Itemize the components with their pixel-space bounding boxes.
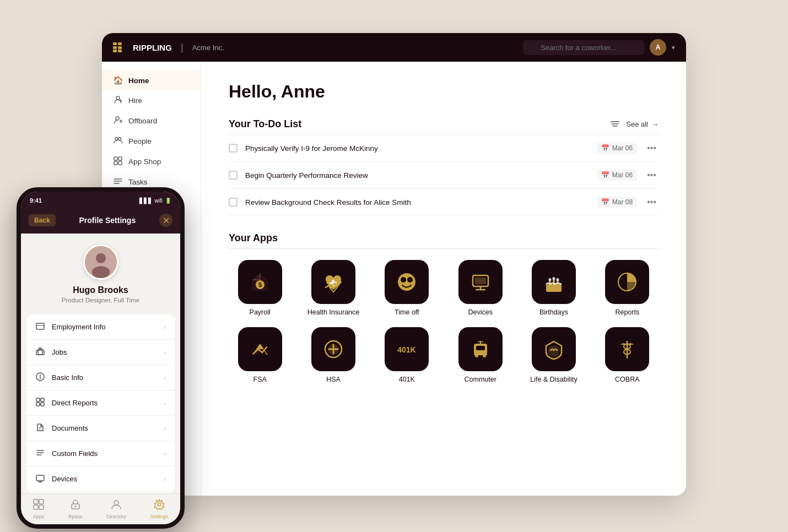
phone-menu-documents[interactable]: Documents › xyxy=(26,416,175,441)
apps-section-header: Your Apps xyxy=(229,232,659,244)
svg-rect-82 xyxy=(39,500,44,504)
phone-nav-rpass-label: Rpass xyxy=(68,514,83,519)
cobra-label: COBRA xyxy=(615,376,639,383)
lifedisability-label: Life & Disability xyxy=(530,376,577,383)
filter-icon[interactable] xyxy=(611,120,619,129)
top-nav: RIPPLING | Acme Inc. 🔍 A ▾ xyxy=(102,33,686,62)
app-cobra[interactable]: COBRA xyxy=(596,327,659,383)
todo-more-1[interactable]: ••• xyxy=(645,143,659,153)
rippling-logo xyxy=(113,42,126,52)
phone-nav-directory[interactable]: Directory xyxy=(106,499,126,519)
app-health[interactable]: Health Insurance xyxy=(302,260,364,316)
sidebar-item-home[interactable]: 🏠 Home xyxy=(102,70,201,90)
documents-icon xyxy=(35,423,45,433)
jobs-icon xyxy=(35,347,45,357)
sidebar-label-offboard: Offboard xyxy=(128,117,157,125)
phone-nav-directory-label: Directory xyxy=(106,514,126,519)
todo-title: Your To-Do List xyxy=(229,118,301,130)
todo-checkbox-3[interactable] xyxy=(229,198,238,207)
phone-nav-rpass[interactable]: Rpass xyxy=(68,499,83,519)
todo-text-1: Physically Verify I-9 for Jerome McKinny xyxy=(245,144,589,153)
mobile-phone: 9:41 ▋▋▋ wifi 🔋 Back Profile Settings ✕ … xyxy=(17,187,185,529)
profile-avatar xyxy=(83,245,118,280)
sidebar-item-appshop[interactable]: App Shop xyxy=(102,151,201,172)
app-401k[interactable]: 401K 401K xyxy=(376,327,438,383)
sidebar-label-people: People xyxy=(128,137,152,145)
timeoff-icon xyxy=(385,260,429,304)
phone-menu-basicinfo[interactable]: Basic Info › xyxy=(26,365,175,390)
sidebar-item-hire[interactable]: Hire xyxy=(102,90,201,111)
phone-menu-directreports[interactable]: Direct Reports › xyxy=(26,390,175,416)
phone-menu: Employment Info › Jobs › xyxy=(26,314,175,493)
app-commuter[interactable]: Commuter xyxy=(449,327,511,383)
nav-search: 🔍 A ▾ xyxy=(523,39,675,56)
calendar-icon-1: 📅 xyxy=(601,144,609,152)
app-fsa[interactable]: FSA xyxy=(229,327,291,383)
app-lifedisability[interactable]: Life & Disability xyxy=(522,327,585,383)
todo-more-3[interactable]: ••• xyxy=(645,197,659,207)
phone-profile: Hugo Brooks Product Designer, Full Time xyxy=(21,234,180,314)
directreports-label: Direct Reports xyxy=(52,399,157,407)
svg-rect-36 xyxy=(475,278,486,284)
logo-divider: | xyxy=(181,42,183,53)
svg-rect-71 xyxy=(36,403,40,406)
svg-point-12 xyxy=(118,138,121,140)
app-devices[interactable]: Devices xyxy=(449,260,511,316)
profile-title: Product Designer, Full Time xyxy=(62,297,139,303)
sidebar-label-tasks: Tasks xyxy=(128,178,148,186)
phone-time: 9:41 xyxy=(30,197,42,204)
todo-date-3: 📅 Mar 08 xyxy=(597,197,637,208)
jobs-chevron: › xyxy=(164,349,166,356)
greeting: Hello, Anne xyxy=(229,82,659,102)
svg-point-9 xyxy=(116,117,119,120)
wifi-icon: wifi xyxy=(155,198,163,204)
todo-checkbox-1[interactable] xyxy=(229,144,238,153)
svg-rect-70 xyxy=(41,398,44,401)
phone-devices-chevron: › xyxy=(164,476,166,482)
svg-line-57 xyxy=(481,341,483,342)
phone-back-button[interactable]: Back xyxy=(29,214,56,226)
401k-icon: 401K xyxy=(385,327,429,371)
fsa-icon xyxy=(238,327,282,371)
app-timeoff[interactable]: Time off xyxy=(376,260,438,316)
chevron-down-icon[interactable]: ▾ xyxy=(672,44,675,51)
app-birthdays[interactable]: Birthdays xyxy=(522,260,585,316)
apps-grid-row1: $ Payroll xyxy=(229,260,659,316)
app-hsa[interactable]: HSA xyxy=(302,327,364,383)
svg-point-42 xyxy=(552,277,555,280)
phone-menu-customfields[interactable]: Custom Fields › xyxy=(26,441,175,466)
app-payroll[interactable]: $ Payroll xyxy=(229,260,291,316)
phone-menu-jobs[interactable]: Jobs › xyxy=(26,340,175,365)
svg-rect-62 xyxy=(36,323,44,329)
devices-icon xyxy=(458,260,503,304)
avatar[interactable]: A xyxy=(650,39,666,56)
birthdays-icon xyxy=(532,260,576,304)
hsa-icon xyxy=(311,327,355,371)
phone-close-button[interactable]: ✕ xyxy=(159,214,172,227)
directreports-chevron: › xyxy=(164,400,166,406)
phone-header: Back Profile Settings ✕ xyxy=(21,209,180,234)
phone-nav-apps[interactable]: Apps xyxy=(33,499,45,519)
basicinfo-chevron: › xyxy=(164,374,166,381)
phone-menu-employment[interactable]: Employment Info › xyxy=(26,314,175,340)
health-icon xyxy=(311,260,355,304)
todo-checkbox-2[interactable] xyxy=(229,171,238,180)
app-reports[interactable]: Reports xyxy=(596,260,659,316)
svg-rect-5 xyxy=(118,50,122,52)
sidebar-item-people[interactable]: People xyxy=(102,131,201,151)
svg-point-87 xyxy=(114,501,118,505)
hire-icon xyxy=(113,95,123,106)
signal-icon: ▋▋▋ xyxy=(139,198,153,204)
search-input[interactable] xyxy=(523,40,644,55)
see-all-button[interactable]: See all → xyxy=(626,120,659,128)
svg-point-88 xyxy=(158,503,161,506)
svg-rect-4 xyxy=(118,46,122,49)
phone-nav-settings[interactable]: Settings xyxy=(150,499,169,519)
phone-nav-directory-icon xyxy=(111,499,122,512)
basicinfo-label: Basic Info xyxy=(52,373,157,382)
profile-name: Hugo Brooks xyxy=(73,285,128,295)
sidebar-item-offboard[interactable]: Offboard xyxy=(102,111,201,131)
todo-more-2[interactable]: ••• xyxy=(645,170,659,180)
svg-rect-65 xyxy=(36,350,44,355)
phone-menu-devices[interactable]: Devices › xyxy=(26,466,175,492)
